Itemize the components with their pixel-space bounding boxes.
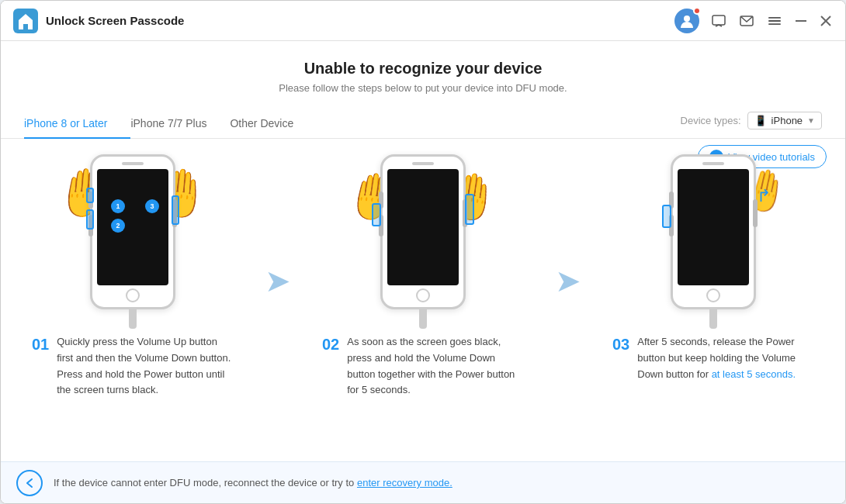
svg-rect-6 [768, 23, 781, 25]
device-type-dropdown[interactable]: 📱 iPhone ▼ [747, 112, 822, 129]
step-2-illustration: 🤚 🤚 [353, 147, 493, 325]
step-1-number: 01 [32, 334, 49, 354]
page-header: Unable to recognize your device Please f… [1, 41, 845, 102]
phone-body-2 [380, 154, 466, 309]
step-2-description: As soon as the screen goes black, press … [347, 334, 524, 399]
svg-rect-7 [796, 20, 806, 22]
step-3-number: 03 [612, 334, 629, 354]
tab-other-device[interactable]: Other Device [230, 109, 317, 139]
user-avatar-icon[interactable] [674, 9, 699, 33]
step-2-column: 🤚 🤚 [314, 147, 532, 399]
chevron-down-icon: ▼ [807, 116, 815, 125]
usb-cable-3 [709, 307, 717, 329]
step-3-text: 03 After 5 seconds, release the Power bu… [605, 334, 822, 382]
vol-down-highlight-3 [662, 205, 671, 228]
usb-cable-2 [419, 307, 427, 329]
tabs-row: iPhone 8 or Later iPhone 7/7 Plus Other … [1, 109, 845, 139]
notification-badge [693, 7, 701, 15]
phone-screen-3 [678, 169, 749, 285]
recovery-mode-link[interactable]: enter recovery mode. [357, 477, 452, 488]
button-label-2: 2 [111, 219, 125, 233]
footer: If the device cannot enter DFU mode, rec… [1, 461, 845, 503]
menu-icon[interactable] [766, 12, 783, 29]
device-type-selector: Device types: 📱 iPhone ▼ [681, 112, 822, 136]
tab-iphone7[interactable]: iPhone 7/7 Plus [130, 109, 230, 139]
step-1-text: 01 Quickly press the Volume Up button fi… [24, 334, 241, 399]
footer-text: If the device cannot enter DFU mode, rec… [54, 477, 452, 488]
button-label-3: 3 [145, 199, 159, 213]
steps-area: 🤚 🤚 [1, 139, 845, 461]
phone-speaker-2 [412, 162, 434, 165]
step-2-number: 02 [322, 334, 339, 354]
curved-arrow-icon: ↱ [757, 186, 771, 206]
vol-up-highlight [86, 188, 94, 203]
svg-point-1 [684, 16, 690, 22]
phone-home-button [126, 288, 140, 302]
chat-icon[interactable] [710, 12, 727, 29]
titlebar-actions [674, 9, 833, 33]
phone-body-3: ↱ [671, 154, 756, 309]
phone-body-1: 1 2 3 [90, 154, 175, 309]
button-label-1: 1 [111, 199, 125, 213]
device-type-value: iPhone [771, 115, 803, 126]
phone-home-button-3 [706, 288, 720, 302]
svg-rect-2 [713, 16, 725, 25]
phone-speaker [122, 162, 144, 165]
step-2-text: 02 As soon as the screen goes black, pre… [314, 334, 532, 399]
phone-small-icon: 📱 [754, 115, 767, 126]
main-content: Unable to recognize your device Please f… [1, 41, 845, 461]
power-highlight [172, 195, 179, 225]
phone-speaker-3 [702, 162, 724, 165]
phone-screen-2 [387, 169, 459, 285]
home-icon[interactable] [13, 9, 38, 33]
page-subtitle: Please follow the steps below to put you… [1, 82, 845, 94]
vol-down-highlight-2 [372, 203, 381, 226]
close-button[interactable] [819, 14, 833, 28]
app-title: Unlock Screen Passcode [46, 14, 674, 27]
back-button[interactable] [16, 470, 43, 496]
mail-icon[interactable] [738, 12, 755, 29]
svg-rect-4 [768, 17, 781, 19]
vol-down-highlight [86, 209, 94, 230]
svg-rect-5 [768, 20, 781, 22]
titlebar: Unlock Screen Passcode [1, 1, 845, 41]
usb-cable-1 [129, 307, 137, 329]
phone-home-button-2 [416, 288, 430, 302]
step-1-column: 🤚 🤚 [24, 147, 241, 399]
page-title: Unable to recognize your device [1, 60, 845, 78]
minimize-button[interactable] [794, 14, 808, 28]
arrow-2: ➤ [555, 263, 581, 299]
step-3-column: 🤚 ↱ [605, 147, 822, 382]
device-types-label: Device types: [681, 115, 741, 126]
footer-static-text: If the device cannot enter DFU mode, rec… [54, 477, 354, 488]
phone-screen-1 [97, 169, 168, 285]
step-3-description: After 5 seconds, release the Power butto… [637, 334, 814, 382]
power-highlight-2 [465, 194, 474, 225]
step-3-illustration: 🤚 ↱ [643, 147, 783, 325]
step-1-illustration: 🤚 🤚 [63, 147, 203, 325]
arrow-1: ➤ [265, 263, 291, 299]
tab-iphone8-later[interactable]: iPhone 8 or Later [24, 109, 130, 139]
step-1-description: Quickly press the Volume Up button first… [57, 334, 234, 399]
